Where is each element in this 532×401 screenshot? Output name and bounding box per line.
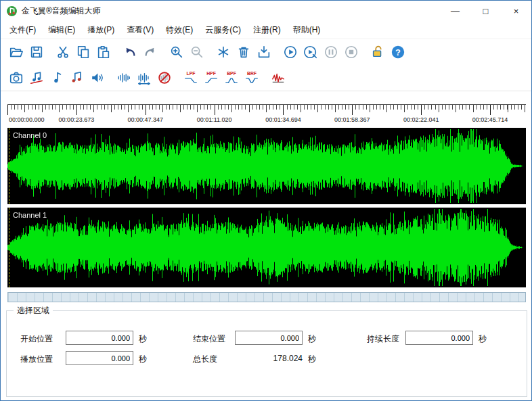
- export-icon[interactable]: [255, 43, 273, 61]
- duration-input[interactable]: [405, 331, 473, 345]
- ruler-major-ticks: [7, 105, 526, 115]
- menu-file[interactable]: 文件(F): [3, 22, 42, 39]
- close-button[interactable]: ×: [501, 1, 531, 21]
- toolbar-row-2: LPF HPF BPF BRF: [7, 65, 531, 91]
- open-icon[interactable]: [7, 43, 25, 61]
- hpf-filter-icon[interactable]: HPF: [202, 69, 220, 87]
- ruler-label-7: 00:02:45.714: [472, 116, 508, 123]
- titlebar: 金飞翼®音频编辑大师 — □ ×: [1, 1, 531, 21]
- waveform-expand-icon[interactable]: [135, 69, 153, 87]
- horizontal-scrollbar[interactable]: [7, 292, 526, 302]
- music-note-icon[interactable]: [48, 69, 66, 87]
- channel-0[interactable]: Channel 0: [7, 128, 526, 204]
- menu-edit[interactable]: 编辑(E): [42, 22, 81, 39]
- redo-icon[interactable]: [141, 43, 159, 61]
- bpf-filter-icon[interactable]: BPF: [223, 69, 240, 87]
- menu-effects[interactable]: 特效(E): [160, 22, 199, 39]
- ruler-label-1: 00:00:23.673: [59, 116, 95, 123]
- start-position-unit: 秒: [139, 333, 147, 345]
- paste-icon[interactable]: [95, 43, 112, 61]
- app-window: 金飞翼®音频编辑大师 — □ × 文件(F) 编辑(E) 播放(P) 查看(V)…: [0, 0, 532, 401]
- menu-help[interactable]: 帮助(H): [287, 22, 327, 39]
- playback-cursor[interactable]: [9, 128, 9, 204]
- copy-icon[interactable]: [74, 43, 92, 61]
- waveform-area: Channel 0 Channel 1: [7, 128, 526, 287]
- play-selection-icon[interactable]: [302, 43, 319, 61]
- zoom-out-icon[interactable]: [188, 43, 206, 61]
- duration-label: 持续长度: [367, 333, 399, 345]
- window-title: 金飞翼®音频编辑大师: [22, 5, 101, 17]
- end-position-label: 结束位置: [193, 333, 225, 345]
- speaker-icon[interactable]: [89, 69, 106, 87]
- end-position-unit: 秒: [308, 333, 316, 345]
- waveform-canvas-channel-1[interactable]: [7, 208, 526, 287]
- play-position-label: 播放位置: [20, 354, 53, 365]
- app-icon: [6, 5, 18, 17]
- cut-icon[interactable]: [54, 43, 72, 61]
- bpf-label: BPF: [227, 71, 236, 76]
- waveform-icon[interactable]: [115, 69, 133, 87]
- ruler-label-6: 00:02:22.041: [403, 116, 439, 123]
- brf-label: BRF: [247, 71, 257, 76]
- record-icon[interactable]: [7, 69, 25, 87]
- brf-filter-icon[interactable]: BRF: [243, 69, 261, 87]
- time-ruler[interactable]: 00:00:00.000 00:00:23.673 00:00:47.347 0…: [7, 104, 526, 126]
- lpf-label: LPF: [187, 71, 196, 76]
- ruler-label-5: 00:01:58.367: [334, 116, 370, 123]
- total-length-unit: 秒: [308, 354, 316, 365]
- play-position-input[interactable]: [66, 351, 133, 365]
- stop-icon[interactable]: [342, 43, 360, 61]
- help-icon[interactable]: ?: [389, 43, 407, 61]
- channel-1-label: Channel 1: [13, 211, 47, 219]
- play-position-unit: 秒: [139, 354, 147, 365]
- ruler-label-4: 00:01:34.694: [265, 116, 301, 123]
- menu-view[interactable]: 查看(V): [120, 22, 160, 39]
- total-length-label: 总长度: [193, 354, 217, 365]
- ruler-label-3: 00:01:11.020: [197, 116, 232, 123]
- ruler-label-2: 00:00:47.347: [127, 116, 163, 123]
- toolbar: ? LPF HPF BPF BRF: [1, 39, 531, 91]
- duration-unit: 秒: [479, 333, 487, 345]
- lpf-filter-icon[interactable]: LPF: [182, 69, 200, 87]
- spectrum-icon[interactable]: [269, 69, 287, 87]
- unlock-icon[interactable]: [369, 43, 386, 61]
- save-icon[interactable]: [28, 43, 45, 61]
- total-length-value: 178.024: [235, 354, 303, 363]
- ruler-label-0: 00:00:00.000: [9, 116, 45, 123]
- menu-play[interactable]: 播放(P): [81, 22, 120, 39]
- play-icon[interactable]: [282, 43, 299, 61]
- undo-icon[interactable]: [121, 43, 139, 61]
- hpf-label: HPF: [206, 71, 216, 76]
- start-position-label: 开始位置: [20, 333, 53, 345]
- pause-icon[interactable]: [322, 43, 340, 61]
- mute-icon[interactable]: [156, 69, 173, 87]
- toolbar-row-1: ?: [7, 39, 531, 65]
- menubar: 文件(F) 编辑(E) 播放(P) 查看(V) 特效(E) 云服务(C) 注册(…: [1, 21, 531, 39]
- maximize-button[interactable]: □: [470, 1, 501, 21]
- start-position-input[interactable]: [66, 331, 133, 345]
- channel-0-label: Channel 0: [13, 131, 47, 139]
- music-notes-icon[interactable]: [68, 69, 86, 87]
- playback-cursor-2[interactable]: [9, 208, 9, 287]
- selection-groupbox: 选择区域 开始位置 秒 结束位置 秒 持续长度 秒 播放位置 秒 总长度 178…: [6, 310, 527, 397]
- channel-1[interactable]: Channel 1: [7, 208, 526, 287]
- audio-clip-icon[interactable]: [28, 69, 45, 87]
- minimize-button[interactable]: —: [440, 1, 470, 21]
- effects-icon[interactable]: [215, 43, 232, 61]
- end-position-input[interactable]: [235, 331, 303, 345]
- selection-group-title: 选择区域: [14, 305, 53, 316]
- menu-register[interactable]: 注册(R): [247, 22, 287, 39]
- menu-cloud[interactable]: 云服务(C): [199, 22, 247, 39]
- svg-text:?: ?: [395, 47, 401, 57]
- waveform-canvas-channel-0[interactable]: [7, 128, 526, 204]
- delete-icon[interactable]: [235, 43, 252, 61]
- zoom-in-icon[interactable]: [168, 43, 185, 61]
